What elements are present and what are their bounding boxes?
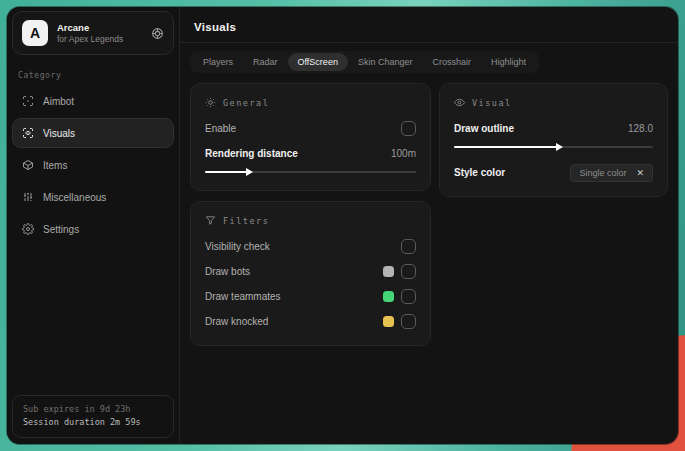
sidebar-item-miscellaneous[interactable]: Miscellaneous (12, 182, 174, 212)
app-window: A Arcane for Apex Legends Category Aimbo (7, 7, 678, 444)
draw-bots-row: Draw bots (205, 261, 416, 282)
sidebar-item-aimbot[interactable]: Aimbot (12, 86, 174, 116)
draw-teammates-color-swatch[interactable] (383, 291, 394, 302)
sidebar-item-items[interactable]: Items (12, 150, 174, 180)
page-title: Visuals (194, 21, 664, 33)
draw-bots-color-swatch[interactable] (383, 266, 394, 277)
cube-icon (22, 159, 34, 171)
tab-highlight[interactable]: Highlight (481, 53, 536, 71)
tab-skin-changer[interactable]: Skin Changer (348, 53, 423, 71)
rendering-distance-value: 100m (391, 148, 416, 159)
sub-expires-text: Sub expires in 9d 23h (23, 403, 163, 417)
visibility-check-label: Visibility check (205, 241, 270, 252)
draw-teammates-row: Draw teammates (205, 286, 416, 307)
draw-outline-label: Draw outline (454, 123, 514, 134)
funnel-icon (205, 215, 216, 226)
app-name: Arcane (57, 22, 142, 34)
draw-outline-value: 128.0 (628, 123, 653, 134)
sidebar-item-label: Aimbot (43, 96, 74, 107)
gear-icon (22, 223, 34, 235)
rendering-distance-row: Rendering distance 100m (205, 143, 416, 164)
sidebar-item-label: Settings (43, 224, 79, 235)
filters-panel-title: Filters (223, 216, 269, 226)
crosshair-icon (22, 95, 34, 107)
tab-radar[interactable]: Radar (243, 53, 288, 71)
lifebuoy-support-icon[interactable] (151, 27, 164, 40)
general-panel-header: General (205, 97, 416, 108)
rendering-distance-slider[interactable] (205, 167, 416, 177)
slider-fill-thumb[interactable] (205, 171, 247, 173)
draw-bots-label: Draw bots (205, 266, 250, 277)
sidebar-item-visuals[interactable]: Visuals (12, 118, 174, 148)
visibility-check-checkbox[interactable] (401, 239, 416, 254)
session-duration-text: Session duration 2m 59s (23, 416, 163, 430)
draw-bots-checkbox[interactable] (401, 264, 416, 279)
draw-outline-row: Draw outline 128.0 (454, 118, 653, 139)
app-titles: Arcane for Apex Legends (57, 22, 142, 45)
tab-offscreen[interactable]: OffScreen (288, 53, 348, 71)
sliders-icon (22, 191, 34, 203)
tab-players[interactable]: Players (193, 53, 243, 71)
tab-crosshair[interactable]: Crosshair (422, 53, 481, 71)
close-icon[interactable]: ✕ (636, 168, 644, 178)
style-color-label: Style color (454, 167, 505, 178)
draw-teammates-label: Draw teammates (205, 291, 281, 302)
style-color-select[interactable]: Single color ✕ (570, 164, 653, 182)
tabs-bar: Players Radar OffScreen Skin Changer Cro… (190, 51, 539, 73)
rendering-distance-label: Rendering distance (205, 148, 298, 159)
sidebar-item-label: Miscellaneous (43, 192, 106, 203)
sidebar: A Arcane for Apex Legends Category Aimbo (7, 7, 180, 444)
enable-row: Enable (205, 118, 416, 139)
content-area: General Enable Rendering distance 100m (180, 73, 678, 346)
visual-panel: Visual Draw outline 128.0 Style color Si… (439, 83, 668, 197)
sidebar-item-label: Items (43, 160, 67, 171)
style-color-value: Single color (579, 168, 626, 178)
style-color-row: Style color Single color ✕ (454, 162, 653, 183)
app-logo: A (22, 20, 48, 46)
header-divider (180, 42, 678, 43)
main-header: Visuals (180, 7, 678, 42)
draw-teammates-checkbox[interactable] (401, 289, 416, 304)
eye-icon (454, 97, 465, 108)
draw-knocked-checkbox[interactable] (401, 314, 416, 329)
category-label: Category (18, 71, 168, 80)
main-panel: Visuals Players Radar OffScreen Skin Cha… (180, 7, 678, 444)
sidebar-item-label: Visuals (43, 128, 75, 139)
slider-fill-thumb[interactable] (454, 146, 557, 148)
eye-scan-icon (22, 127, 34, 139)
visibility-check-row: Visibility check (205, 236, 416, 257)
draw-knocked-label: Draw knocked (205, 316, 268, 327)
draw-outline-slider[interactable] (454, 142, 653, 152)
general-panel: General Enable Rendering distance 100m (190, 83, 431, 191)
draw-knocked-color-swatch[interactable] (383, 316, 394, 327)
filters-panel: Filters Visibility check Draw bots (190, 201, 431, 346)
general-panel-title: General (223, 98, 269, 108)
sun-icon (205, 97, 216, 108)
enable-checkbox[interactable] (401, 121, 416, 136)
subscription-footer: Sub expires in 9d 23h Session duration 2… (12, 395, 174, 438)
draw-knocked-row: Draw knocked (205, 311, 416, 332)
visual-panel-header: Visual (454, 97, 653, 108)
filters-panel-header: Filters (205, 215, 416, 226)
app-header-card: A Arcane for Apex Legends (12, 11, 174, 55)
enable-label: Enable (205, 123, 236, 134)
app-subtitle: for Apex Legends (57, 34, 142, 45)
visual-panel-title: Visual (472, 98, 512, 108)
sidebar-item-settings[interactable]: Settings (12, 214, 174, 244)
